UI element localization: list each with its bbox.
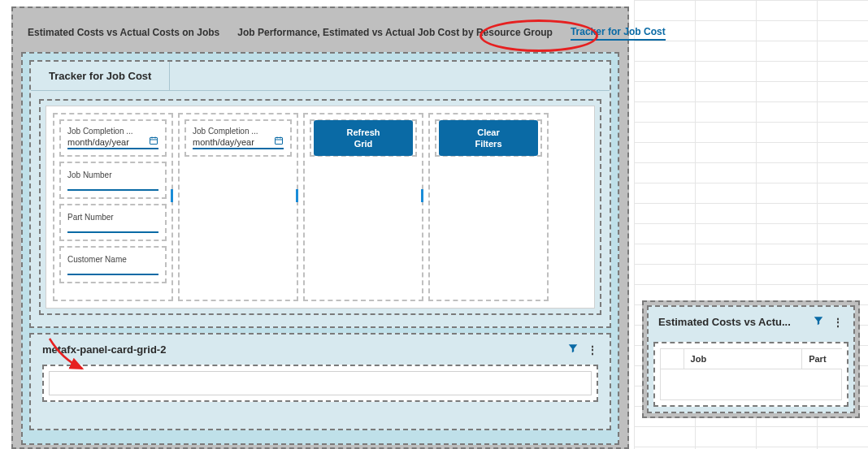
refresh-grid-button[interactable]: Refresh Grid bbox=[314, 120, 413, 157]
filter-column-3: Refresh Grid bbox=[303, 113, 423, 301]
job-completion-start-field[interactable]: Job Completion ... month/day/year bbox=[59, 119, 167, 157]
job-completion-end-field[interactable]: Job Completion ... month/day/year bbox=[184, 119, 292, 157]
grid-card: metafx-panel-card-grid-2 ⋮ bbox=[29, 333, 611, 430]
calendar-icon[interactable] bbox=[149, 136, 158, 147]
grid-card-title: metafx-panel-card-grid-2 bbox=[42, 343, 166, 356]
field-label: Job Completion ... bbox=[193, 127, 284, 136]
side-panel-actions: ⋮ bbox=[813, 315, 844, 329]
side-panel-header: Estimated Costs vs Actu... ⋮ bbox=[649, 307, 853, 337]
refresh-grid-button-wrap: Refresh Grid bbox=[310, 119, 417, 157]
side-panel-container: Estimated Costs vs Actu... ⋮ Job Part bbox=[642, 300, 860, 418]
svg-rect-0 bbox=[150, 138, 158, 145]
filter-icon[interactable] bbox=[567, 343, 579, 356]
resize-handle[interactable] bbox=[171, 189, 173, 202]
grid-card-header: metafx-panel-card-grid-2 ⋮ bbox=[31, 335, 610, 365]
filter-column-4: Clear Filters bbox=[428, 113, 549, 301]
filter-column-2: Job Completion ... month/day/year bbox=[178, 113, 298, 301]
resize-handle[interactable] bbox=[421, 189, 423, 202]
button-line1: Clear bbox=[442, 127, 535, 138]
field-label: Part Number bbox=[67, 213, 158, 222]
field-label: Job Completion ... bbox=[67, 127, 158, 136]
grid-header-job[interactable]: Job bbox=[684, 348, 803, 369]
tab-job-performance[interactable]: Job Performance, Estimated vs Actual Job… bbox=[237, 27, 553, 40]
field-label: Job Number bbox=[67, 171, 158, 179]
button-line2: Grid bbox=[317, 138, 410, 149]
grid-body-wrap bbox=[42, 365, 598, 402]
tab-estimated-vs-actual[interactable]: Estimated Costs vs Actual Costs on Jobs bbox=[28, 27, 219, 40]
card-title: Tracker for Job Cost bbox=[31, 62, 170, 90]
side-panel-title: Estimated Costs vs Actu... bbox=[658, 316, 791, 328]
date-text: month/day/year bbox=[67, 137, 129, 147]
svg-rect-4 bbox=[276, 138, 283, 145]
tab-tracker-job-cost[interactable]: Tracker for Job Cost bbox=[571, 26, 666, 41]
tab-content: Tracker for Job Cost Job Completion ... … bbox=[21, 52, 619, 445]
grid-header-blank bbox=[660, 348, 684, 369]
resize-handle[interactable] bbox=[296, 189, 298, 202]
more-icon[interactable]: ⋮ bbox=[832, 316, 844, 329]
field-value bbox=[67, 222, 158, 233]
customer-name-field[interactable]: Customer Name bbox=[59, 246, 167, 283]
grid-empty-row bbox=[660, 369, 842, 400]
field-value: month/day/year bbox=[67, 136, 158, 149]
field-label: Customer Name bbox=[67, 255, 158, 264]
button-line1: Refresh bbox=[317, 127, 410, 138]
filter-column-1: Job Completion ... month/day/year Job Nu… bbox=[53, 113, 173, 301]
grid-header-part[interactable]: Part bbox=[802, 348, 842, 369]
grid-card-actions: ⋮ bbox=[567, 343, 598, 356]
filter-icon[interactable] bbox=[813, 315, 824, 329]
more-icon[interactable]: ⋮ bbox=[587, 343, 598, 356]
date-text: month/day/year bbox=[193, 137, 254, 147]
job-number-field[interactable]: Job Number bbox=[59, 162, 167, 199]
field-value bbox=[67, 179, 158, 191]
filter-panel-wrapper: Job Completion ... month/day/year Job Nu… bbox=[39, 99, 601, 315]
part-number-field[interactable]: Part Number bbox=[59, 204, 167, 241]
card-title-row: Tracker for Job Cost bbox=[31, 62, 610, 91]
field-value bbox=[67, 264, 158, 275]
button-line2: Filters bbox=[442, 138, 535, 149]
calendar-icon[interactable] bbox=[274, 136, 284, 147]
clear-filters-button-wrap: Clear Filters bbox=[435, 119, 542, 157]
filter-panel: Job Completion ... month/day/year Job Nu… bbox=[46, 106, 595, 309]
tab-bar: Estimated Costs vs Actual Costs on Jobs … bbox=[16, 11, 624, 52]
side-panel: Estimated Costs vs Actu... ⋮ Job Part bbox=[647, 305, 855, 413]
clear-filters-button[interactable]: Clear Filters bbox=[439, 120, 538, 157]
field-value: month/day/year bbox=[193, 136, 284, 149]
grid-body bbox=[49, 371, 592, 395]
main-container: Estimated Costs vs Actual Costs on Jobs … bbox=[11, 6, 629, 449]
grid-header-row: Job Part bbox=[660, 348, 842, 369]
side-grid: Job Part bbox=[653, 342, 848, 407]
tracker-card: Tracker for Job Cost Job Completion ... … bbox=[29, 60, 611, 328]
